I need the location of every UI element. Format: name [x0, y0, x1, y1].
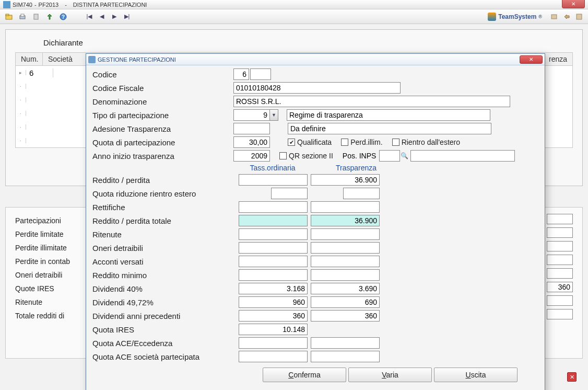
- row-label: Reddito / perdita: [92, 176, 239, 185]
- trasp-input[interactable]: [311, 337, 380, 349]
- summary-field[interactable]: [547, 255, 573, 265]
- svg-text:?: ?: [62, 14, 65, 20]
- label-pos-inps: Pos. INPS: [343, 152, 377, 160]
- adesione-input[interactable]: [233, 123, 270, 134]
- qr-sezione-checkbox[interactable]: QR sezione II: [279, 152, 333, 160]
- checkbox-icon: [392, 139, 399, 146]
- row-label: Acconti versati: [92, 257, 239, 266]
- bg-col-num: Num.: [16, 53, 43, 65]
- tipo-partecipazione-input[interactable]: [233, 109, 270, 121]
- clipboard-button[interactable]: [30, 11, 42, 22]
- adesione-desc: [288, 123, 491, 134]
- bg-dichiarante-label: Dichiarante: [43, 38, 573, 47]
- tipo-partecipazione-dropdown[interactable]: ▼: [270, 109, 278, 121]
- help-button[interactable]: ?: [57, 11, 69, 22]
- nav-prev-button[interactable]: ◀: [96, 11, 108, 22]
- label-tipo-partecipazione: Tipo di partecipazione: [92, 111, 233, 120]
- ord-input[interactable]: [239, 215, 308, 226]
- data-row: Reddito / perdita: [92, 173, 538, 187]
- bg-close-icon[interactable]: ✕: [567, 372, 577, 382]
- export-button[interactable]: [44, 11, 55, 22]
- ord-input[interactable]: [239, 296, 308, 308]
- ord-input[interactable]: [239, 310, 308, 322]
- nav-next-button[interactable]: ▶: [109, 11, 120, 22]
- search-icon[interactable]: 🔍: [400, 152, 408, 160]
- ord-input[interactable]: [271, 188, 308, 199]
- rientro-estero-checkbox[interactable]: Rientro dall'estero: [392, 138, 460, 146]
- trasp-input[interactable]: [311, 174, 380, 186]
- denominazione-input[interactable]: [233, 96, 510, 107]
- data-row: Rettifiche: [92, 200, 538, 214]
- data-row: Quota ACE società partecipata: [92, 350, 538, 363]
- label-anno: Anno inizio trasparenza: [92, 152, 233, 160]
- right-btn-1[interactable]: [548, 11, 560, 22]
- qualificata-checkbox[interactable]: Qualificata: [288, 138, 332, 146]
- row-label: Quota IRES: [92, 325, 239, 334]
- app-titlebar: SIM740 - PF2013 - DISTINTA PARTECIPAZION…: [0, 0, 588, 9]
- trasp-input[interactable]: [311, 201, 380, 213]
- codice-input[interactable]: [233, 68, 249, 80]
- summary-field[interactable]: [547, 227, 573, 238]
- col-ordinaria: Tass.ordinaria: [239, 164, 307, 172]
- trasp-input[interactable]: [311, 351, 380, 362]
- summary-field[interactable]: [547, 282, 573, 292]
- record-nav: |◀ ◀ ▶ ▶|: [84, 11, 133, 22]
- trasp-input[interactable]: [343, 188, 380, 199]
- ord-input[interactable]: [239, 228, 308, 240]
- right-btn-2[interactable]: [561, 11, 572, 22]
- dialog-body: Codice Codice Fiscale Denominazione Tipo…: [86, 65, 545, 384]
- trasp-input[interactable]: [311, 310, 380, 322]
- row-label: Dividendi 40%: [92, 284, 239, 293]
- nav-first-button[interactable]: |◀: [84, 11, 95, 22]
- perd-illim-checkbox[interactable]: Perd.illim.: [341, 138, 382, 146]
- window-close-button[interactable]: ✕: [562, 0, 585, 8]
- data-row: Dividendi anni precedenti: [92, 309, 538, 323]
- summary-field[interactable]: [547, 295, 573, 306]
- svg-rect-1: [6, 14, 9, 16]
- dialog-close-button[interactable]: ✕: [520, 55, 543, 64]
- conferma-button[interactable]: Conferma: [263, 368, 346, 382]
- print-button[interactable]: [17, 11, 28, 22]
- codice-ext-input[interactable]: [250, 68, 271, 80]
- trasp-input[interactable]: [311, 256, 380, 267]
- brand-mark: ®: [538, 14, 542, 19]
- summary-field[interactable]: [547, 268, 573, 279]
- summary-field[interactable]: [547, 241, 573, 251]
- trasp-input[interactable]: [311, 296, 380, 308]
- ord-input[interactable]: [239, 269, 308, 281]
- open-button[interactable]: [3, 11, 15, 22]
- ord-input[interactable]: [239, 324, 308, 335]
- data-rows: Reddito / perditaQuota riduzione rientro…: [92, 173, 538, 363]
- quota-input[interactable]: [233, 136, 270, 148]
- summary-field[interactable]: [547, 214, 573, 224]
- pos-inps-desc: [410, 150, 515, 162]
- checkbox-icon: [341, 139, 348, 146]
- ord-input[interactable]: [239, 283, 308, 294]
- brand-logo: TeamSystem®: [488, 13, 542, 21]
- brand-icon: [488, 13, 496, 21]
- ord-input[interactable]: [239, 174, 308, 186]
- brand-text: TeamSystem: [498, 13, 536, 20]
- ord-input[interactable]: [239, 242, 308, 254]
- label-adesione: Adesione Trasparenza: [92, 124, 233, 133]
- uscita-button[interactable]: Uscita: [434, 368, 518, 382]
- trasp-input[interactable]: [311, 269, 380, 281]
- varia-button[interactable]: Varia: [348, 368, 432, 382]
- ord-input[interactable]: [239, 201, 308, 213]
- svg-rect-7: [551, 15, 557, 19]
- trasp-input[interactable]: [311, 228, 380, 240]
- data-row: Reddito / perdita totale: [92, 214, 538, 227]
- pos-inps-input[interactable]: [379, 150, 400, 162]
- summary-field[interactable]: [547, 309, 573, 319]
- anno-input[interactable]: [233, 150, 270, 162]
- trasp-input[interactable]: [311, 283, 380, 294]
- trasp-input[interactable]: [311, 215, 380, 226]
- row-label: Quota ACE/Eccedenza: [92, 339, 239, 348]
- ord-input[interactable]: [239, 351, 308, 362]
- ord-input[interactable]: [239, 256, 308, 267]
- right-btn-3[interactable]: [573, 11, 585, 22]
- nav-last-button[interactable]: ▶|: [121, 11, 133, 22]
- trasp-input[interactable]: [311, 242, 380, 254]
- codice-fiscale-input[interactable]: [233, 82, 401, 94]
- ord-input[interactable]: [239, 337, 308, 349]
